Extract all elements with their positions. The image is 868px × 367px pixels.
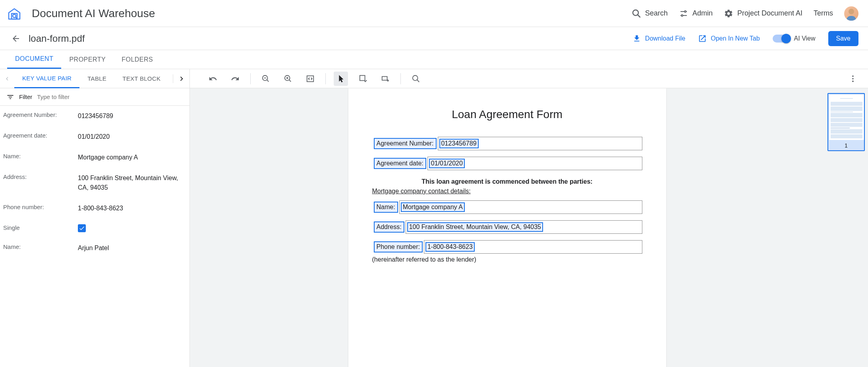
kv-value: 1-800-843-8623 <box>78 204 186 213</box>
svg-point-5 <box>849 9 854 14</box>
svg-point-11 <box>413 75 418 80</box>
doc-section-text: This loan agreement is commenced between… <box>348 178 666 185</box>
code-view-button[interactable] <box>303 72 317 86</box>
kv-key: Address: <box>3 173 78 180</box>
sub-tabs-next[interactable] <box>173 74 189 83</box>
search-nav[interactable]: Search <box>632 9 668 18</box>
kv-value: 0123456789 <box>78 111 186 121</box>
search-icon <box>632 9 641 18</box>
kv-row[interactable]: Address: 100 Franklin Street, Mountain V… <box>0 168 189 198</box>
main-tabs: DOCUMENT PROPERTY FOLDERS <box>0 50 868 69</box>
thumbnail-page-number: 1 <box>829 142 863 150</box>
subtab-text-block[interactable]: TEXT BLOCK <box>114 69 168 88</box>
svg-point-3 <box>684 11 686 12</box>
form-field[interactable]: Name: Mortgage company A <box>372 200 642 214</box>
kv-key: Name: <box>3 153 78 159</box>
app-logo[interactable] <box>5 4 24 23</box>
field-value: Mortgage company A <box>401 202 465 212</box>
open-tab-label: Open In New Tab <box>711 35 760 42</box>
form-field[interactable]: Agreement Number: 0123456789 <box>372 137 642 150</box>
zoom-out-button[interactable] <box>259 72 273 86</box>
kv-key: Name: <box>3 243 78 250</box>
field-value: 0123456789 <box>439 139 479 148</box>
page-thumbnail[interactable]: 1 <box>827 93 865 151</box>
search-label: Search <box>645 9 668 17</box>
top-header: Document AI Warehouse Search Admin Proje… <box>0 0 868 27</box>
undo-button[interactable] <box>206 72 220 86</box>
tab-property[interactable]: PROPERTY <box>61 50 114 69</box>
form-field[interactable]: Agreement date: 01/01/2020 <box>372 157 642 170</box>
save-button[interactable]: Save <box>828 31 858 46</box>
kv-value-checkbox <box>78 224 186 232</box>
sub-tabs-prev[interactable] <box>0 75 14 82</box>
subtab-table[interactable]: TABLE <box>79 69 114 88</box>
ai-view-label: AI View <box>794 35 816 42</box>
project-nav[interactable]: Project Document AI <box>724 9 802 18</box>
svg-point-13 <box>852 78 854 80</box>
tune-icon <box>679 9 688 18</box>
region-add-tool[interactable] <box>378 72 392 86</box>
filter-input[interactable] <box>37 93 183 100</box>
terms-label: Terms <box>814 9 833 17</box>
kv-value: 01/01/2020 <box>78 132 186 142</box>
document-scroll[interactable]: Loan Agreement Form Agreement Number: 01… <box>190 88 824 367</box>
tab-document[interactable]: DOCUMENT <box>7 50 61 69</box>
filter-label: Filter <box>19 93 32 100</box>
svg-point-4 <box>681 15 683 16</box>
doc-subtext: Mortgage company contact details: <box>348 188 666 195</box>
kv-row[interactable]: Name: Arjun Patel <box>0 238 189 258</box>
admin-nav[interactable]: Admin <box>679 9 713 18</box>
field-key: Address: <box>374 221 404 233</box>
field-key: Name: <box>374 202 398 213</box>
redo-button[interactable] <box>228 72 242 86</box>
viewer: Loan Agreement Form Agreement Number: 01… <box>190 69 868 367</box>
field-key: Agreement date: <box>374 158 426 169</box>
form-field[interactable]: Address: 100 Franklin Street, Mountain V… <box>372 220 642 234</box>
kv-row[interactable]: Single <box>0 219 189 238</box>
kv-row[interactable]: Name: Mortgage company A <box>0 147 189 168</box>
tab-folders[interactable]: FOLDERS <box>114 50 161 69</box>
select-check-tool[interactable] <box>356 72 370 86</box>
search-tool[interactable] <box>409 72 423 86</box>
kv-value: Arjun Patel <box>78 243 186 253</box>
zoom-in-button[interactable] <box>281 72 295 86</box>
viewer-toolbar <box>190 69 868 88</box>
external-link-icon <box>698 34 707 43</box>
file-title: loan-form.pdf <box>29 33 632 44</box>
kv-key: Agreement date: <box>3 132 78 139</box>
app-title: Document AI Warehouse <box>32 7 632 20</box>
document-page[interactable]: Loan Agreement Form Agreement Number: 01… <box>348 88 666 367</box>
gear-icon <box>724 9 733 18</box>
kv-row[interactable]: Phone number: 1-800-843-8623 <box>0 198 189 219</box>
doc-title: Loan Agreement Form <box>348 108 666 121</box>
kv-value: Mortgage company A <box>78 153 186 162</box>
field-key: Agreement Number: <box>374 138 437 149</box>
svg-point-12 <box>852 75 854 77</box>
svg-rect-9 <box>360 75 365 80</box>
form-field[interactable]: Phone number: 1-800-843-8623 <box>372 240 642 254</box>
checkbox-icon <box>78 224 86 232</box>
ai-view-toggle[interactable] <box>773 35 790 43</box>
field-key: Phone number: <box>374 241 423 252</box>
svg-point-1 <box>13 14 16 17</box>
project-label: Project Document AI <box>737 9 802 17</box>
pointer-tool[interactable] <box>334 72 348 86</box>
kv-key: Agreement Number: <box>3 111 78 118</box>
filter-icon <box>6 93 14 101</box>
subtab-key-value-pair[interactable]: KEY VALUE PAIR <box>14 69 79 88</box>
download-icon <box>632 34 641 43</box>
svg-rect-10 <box>382 76 387 80</box>
doc-footnote: (hereinafter referred to as the lender) <box>348 256 666 263</box>
kv-row[interactable]: Agreement date: 01/01/2020 <box>0 126 189 147</box>
back-button[interactable] <box>11 34 21 43</box>
terms-nav[interactable]: Terms <box>814 9 833 17</box>
kv-row[interactable]: Agreement Number: 0123456789 <box>0 106 189 126</box>
more-menu[interactable] <box>846 72 860 86</box>
kv-list: Agreement Number: 0123456789 Agreement d… <box>0 106 189 367</box>
avatar[interactable] <box>844 6 858 21</box>
field-value: 01/01/2020 <box>429 159 465 168</box>
open-tab-button[interactable]: Open In New Tab <box>698 34 760 43</box>
thumbnails-panel: 1 <box>824 88 868 367</box>
download-button[interactable]: Download File <box>632 34 685 43</box>
kv-key: Single <box>3 224 78 231</box>
